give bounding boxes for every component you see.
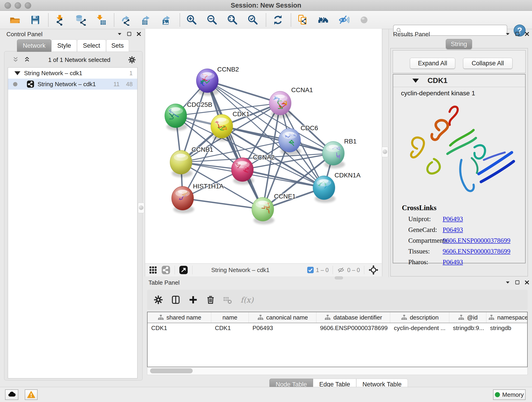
node-CCNE1[interactable]: [252, 197, 274, 224]
table-cell: 9606.ENSP00000378699: [317, 325, 390, 332]
export-network-icon[interactable]: [120, 14, 132, 26]
column-header-shared-name[interactable]: shared name: [147, 312, 211, 323]
crosslink-label: Compartments:: [408, 237, 442, 244]
refresh-layout-icon[interactable]: [272, 14, 284, 26]
column-header-database-identifier[interactable]: database identifier: [317, 312, 390, 323]
import-table-file-icon[interactable]: [95, 14, 107, 26]
collapse-all-button[interactable]: Collapse All: [463, 58, 513, 69]
table-row[interactable]: CDK1CDK1P064939606.ENSP00000378699cyclin…: [147, 323, 527, 333]
cloud-icon: [7, 390, 16, 399]
network-row[interactable]: String Network – cdk1 11 48: [8, 79, 137, 89]
table-cell: cyclin-dependent ...: [390, 325, 449, 332]
table-cell: stringdb: [486, 325, 528, 332]
expand-all-chevrons-icon[interactable]: [23, 56, 31, 64]
home-icon[interactable]: [317, 14, 329, 26]
table-options-gear-icon[interactable]: [153, 294, 164, 305]
collection-count: 1: [129, 70, 133, 77]
panel-maximize-icon[interactable]: [514, 31, 520, 37]
left-splitter-handle[interactable]: [138, 203, 144, 213]
export-table-icon[interactable]: [141, 14, 152, 26]
table-header-row: shared namenamecanonical namedatabase id…: [147, 312, 527, 323]
gene-description: cyclin-dependent kinase 1: [401, 89, 475, 97]
node-CDC25B[interactable]: [165, 104, 187, 131]
show-columns-icon[interactable]: [171, 294, 181, 305]
save-session-icon[interactable]: [30, 14, 41, 26]
results-panel: Results Panel String Expand All Collapse…: [389, 29, 532, 277]
panel-close-icon[interactable]: [136, 31, 142, 37]
zoom-out-icon[interactable]: [206, 14, 218, 26]
node-CDK1[interactable]: [211, 114, 234, 141]
import-network-database-icon[interactable]: [75, 14, 86, 26]
panel-float-icon[interactable]: [116, 31, 123, 37]
collapse-all-chevrons-icon[interactable]: [12, 56, 19, 64]
crosslink-link[interactable]: P06493: [443, 215, 463, 223]
node-CCNA1[interactable]: [269, 91, 292, 118]
selected-items-checkbox[interactable]: [307, 267, 314, 273]
zoom-in-icon[interactable]: [186, 14, 197, 26]
function-builder-icon: f(x): [241, 295, 254, 304]
right-splitter-handle[interactable]: [382, 147, 388, 157]
network-badge-gray-icon[interactable]: [161, 265, 171, 274]
panel-maximize-icon[interactable]: [126, 31, 133, 37]
tab-select[interactable]: Select: [77, 39, 106, 52]
scrollbar-thumb[interactable]: [150, 368, 193, 373]
node-HIST1H1A[interactable]: [172, 186, 194, 213]
import-network-file-icon[interactable]: [55, 14, 66, 26]
panel-close-icon[interactable]: [524, 279, 530, 286]
memory-button[interactable]: Memory: [493, 389, 526, 400]
node-RB1[interactable]: [322, 141, 345, 168]
warnings-button[interactable]: [25, 389, 38, 400]
panel-close-icon[interactable]: [524, 31, 530, 37]
panel-float-icon[interactable]: [505, 279, 511, 286]
node-CCNB1[interactable]: [170, 150, 193, 177]
column-header-@id[interactable]: @id: [449, 312, 486, 323]
node-label-CCNA2: CCNA2: [253, 154, 275, 161]
network-collection-row[interactable]: String Network – cdk1 1: [8, 68, 137, 79]
node-CCNB2[interactable]: [196, 69, 219, 96]
gene-entry-card: CDK1 cyclin-dependent kinase 1: [393, 74, 526, 263]
left-splitter[interactable]: [145, 29, 145, 276]
node-CDC6[interactable]: [279, 128, 301, 155]
node-CDKN1A[interactable]: [313, 176, 336, 203]
panel-maximize-icon[interactable]: [514, 279, 520, 286]
control-panel: Control Panel NetworkStyleSelectSets 1 o…: [2, 29, 144, 381]
node-label-CDKN1A: CDKN1A: [335, 172, 361, 179]
column-header-canonical-name[interactable]: canonical name: [249, 312, 317, 323]
cloud-button[interactable]: [5, 389, 18, 400]
gene-entry-header[interactable]: CDK1: [393, 75, 525, 87]
tab-string[interactable]: String: [446, 39, 472, 49]
tab-sets[interactable]: Sets: [106, 39, 129, 52]
tree-expander-icon[interactable]: [14, 71, 20, 75]
network-options-gear-icon[interactable]: [128, 56, 136, 64]
network-view-canvas[interactable]: CCNB2CCNA1CDC25BCDK1CDC6RB1CCNB1CCNA2CDK…: [145, 29, 382, 276]
table-cell: CDK1: [211, 325, 249, 332]
column-header-description[interactable]: description: [390, 312, 449, 323]
export-image-icon[interactable]: [161, 14, 172, 26]
tab-style[interactable]: Style: [51, 39, 77, 52]
table-cell: P06493: [249, 325, 317, 332]
zoom-fit-icon[interactable]: [227, 14, 238, 26]
column-header-namespace[interactable]: namespace: [486, 312, 528, 323]
birds-eye-view-icon[interactable]: [148, 265, 158, 274]
tab-network[interactable]: Network: [17, 39, 51, 52]
open-in-window-icon[interactable]: [179, 265, 188, 274]
zoom-selected-icon[interactable]: [247, 14, 259, 26]
expand-all-button[interactable]: Expand All: [410, 58, 455, 69]
panel-float-icon[interactable]: [505, 31, 511, 37]
column-header-name[interactable]: name: [211, 312, 249, 323]
clone-network-icon[interactable]: [297, 14, 309, 26]
table-cell: stringdb:9...: [449, 325, 486, 332]
crosslink-link[interactable]: P06493: [443, 226, 463, 234]
delete-column-icon[interactable]: [205, 294, 216, 305]
crosslink-link[interactable]: 9606.ENSP00000378699: [443, 237, 510, 244]
crosslink-link[interactable]: P06493: [443, 258, 463, 266]
open-session-icon[interactable]: [9, 14, 21, 26]
node-label-CCNA1: CCNA1: [291, 86, 313, 94]
entry-expander-icon[interactable]: [412, 79, 419, 83]
hide-selected-icon[interactable]: [338, 14, 349, 26]
pan-crosshair-icon[interactable]: [368, 265, 379, 275]
node-CCNA2[interactable]: [231, 158, 254, 185]
crosslink-link[interactable]: 9606.ENSP00000378699: [443, 248, 510, 255]
table-horizontal-scrollbar[interactable]: [147, 367, 528, 375]
add-column-icon[interactable]: [188, 294, 198, 305]
